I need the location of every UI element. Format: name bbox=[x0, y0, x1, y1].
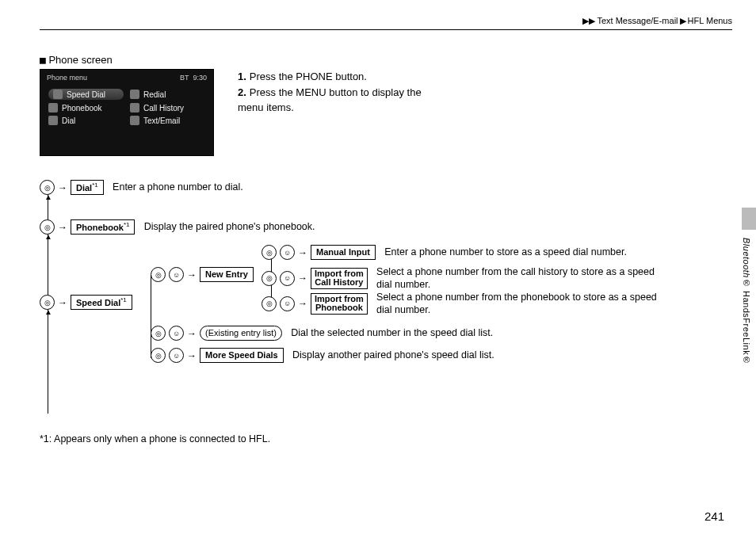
shot-title: Phone menu bbox=[47, 74, 87, 82]
history-icon bbox=[130, 103, 139, 113]
import-pb-label: Import fromPhonebook bbox=[311, 293, 368, 315]
node-existing-entry: ◎ ☺ → (Existing entry list) Dial the sel… bbox=[151, 326, 493, 341]
shot-item-redial: Redial bbox=[130, 89, 205, 100]
dial-label: Dial*1 bbox=[71, 180, 104, 195]
node-phonebook: ◎ → Phonebook*1 Display the paired phone… bbox=[40, 219, 315, 235]
arrow-icon: → bbox=[298, 273, 307, 283]
speed-dial-label: Speed Dial*1 bbox=[71, 295, 132, 310]
breadcrumb: ▶▶Text Message/E-mail▶HFL Menus bbox=[40, 16, 732, 30]
node-dial: ◎ → Dial*1 Enter a phone number to dial. bbox=[40, 180, 243, 195]
arrow-icon: → bbox=[187, 270, 197, 280]
shot-item-dial: Dial bbox=[48, 116, 124, 125]
more-label: More Speed Dials bbox=[200, 348, 284, 362]
voice-icon: ☺ bbox=[280, 296, 295, 311]
section-title: ■ Phone screen bbox=[40, 54, 732, 66]
arrow-icon: → bbox=[187, 351, 197, 360]
branch-line bbox=[151, 275, 151, 358]
node-speed-dial: ◎ → Speed Dial*1 bbox=[40, 295, 132, 310]
thumb-tab bbox=[742, 208, 756, 230]
crumb-2: HFL Menus bbox=[688, 16, 732, 25]
import-call-desc: Select a phone number from the call hist… bbox=[376, 265, 662, 292]
arrow-icon: → bbox=[58, 298, 67, 307]
shot-time: 9:30 bbox=[193, 74, 207, 82]
arrow-icon: → bbox=[58, 183, 67, 193]
step-2: Press the MENU button to display the men… bbox=[238, 86, 422, 114]
node-more-speed-dials: ◎ ☺ → More Speed Dials Display another p… bbox=[151, 348, 494, 363]
dial-control-icon: ◎ bbox=[262, 271, 277, 286]
step-1: Press the PHONE button. bbox=[250, 71, 367, 82]
node-new-entry: ◎ ☺ → New Entry bbox=[151, 267, 254, 282]
voice-icon: ☺ bbox=[169, 267, 184, 282]
manual-input-label: Manual Input bbox=[311, 245, 376, 259]
clock-icon bbox=[53, 90, 63, 99]
node-import-call-history: ◎ ☺ → Import fromCall History Select a p… bbox=[262, 265, 662, 292]
import-call-label: Import fromCall History bbox=[311, 268, 368, 289]
up-arrow-icon: ▲ bbox=[44, 308, 52, 316]
voice-icon: ☺ bbox=[280, 245, 295, 260]
crumb-1: Text Message/E-mail bbox=[597, 16, 678, 25]
arrow-icon: → bbox=[58, 223, 67, 232]
up-arrow-icon: ▲ bbox=[44, 233, 52, 241]
voice-icon: ☺ bbox=[169, 348, 184, 363]
manual-input-desc: Enter a phone number to store as a speed… bbox=[384, 246, 627, 258]
dial-control-icon: ◎ bbox=[262, 296, 277, 311]
dial-control-icon: ◎ bbox=[262, 245, 277, 260]
voice-icon: ☺ bbox=[169, 326, 184, 341]
node-import-phonebook: ◎ ☺ → Import fromPhonebook Select a phon… bbox=[262, 291, 662, 317]
dial-control-icon: ◎ bbox=[151, 326, 166, 341]
dial-control-icon: ◎ bbox=[151, 348, 166, 363]
page-body: ▶▶Text Message/E-mail▶HFL Menus ■ Phone … bbox=[40, 16, 732, 518]
dial-desc: Enter a phone number to dial. bbox=[113, 181, 243, 193]
node-manual-input: ◎ ☺ → Manual Input Enter a phone number … bbox=[262, 245, 627, 260]
shot-item-call-history: Call History bbox=[130, 103, 205, 113]
existing-label: (Existing entry list) bbox=[200, 326, 282, 340]
steps: 1.Press the PHONE button. 2.Press the ME… bbox=[238, 69, 444, 116]
bt-icon: BT bbox=[180, 74, 189, 82]
redial-icon bbox=[130, 90, 139, 99]
arrow-icon: → bbox=[298, 248, 307, 257]
page-number: 241 bbox=[704, 509, 724, 523]
phonebook-label: Phonebook*1 bbox=[71, 219, 135, 235]
new-entry-label: New Entry bbox=[200, 267, 254, 281]
shot-item-speed-dial: Speed Dial bbox=[48, 89, 124, 100]
existing-desc: Dial the selected number in the speed di… bbox=[291, 326, 493, 339]
shot-item-phonebook: Phonebook bbox=[48, 103, 124, 113]
up-arrow-icon: ▲ bbox=[44, 193, 52, 201]
side-label: Bluetooth® HandsFreeLink® bbox=[742, 238, 751, 365]
menu-tree: ◎ → Dial*1 Enter a phone number to dial.… bbox=[40, 180, 732, 418]
footnote: *1: Appears only when a phone is connect… bbox=[40, 433, 270, 444]
more-desc: Display another paired phone's speed dia… bbox=[292, 349, 494, 361]
keypad-icon bbox=[48, 116, 58, 125]
book-icon bbox=[48, 103, 58, 113]
dial-control-icon: ◎ bbox=[151, 267, 166, 282]
voice-icon: ☺ bbox=[280, 271, 295, 286]
mail-icon bbox=[130, 116, 139, 125]
arrow-icon: → bbox=[187, 329, 197, 338]
import-pb-desc: Select a phone number from the phonebook… bbox=[376, 291, 662, 317]
phonebook-desc: Display the paired phone's phonebook. bbox=[144, 220, 315, 233]
arrow-icon: → bbox=[298, 299, 307, 308]
phone-menu-screenshot: Phone menu BT 9:30 Speed Dial Redial Pho… bbox=[40, 69, 214, 156]
shot-item-text-email: Text/Email bbox=[130, 116, 205, 125]
